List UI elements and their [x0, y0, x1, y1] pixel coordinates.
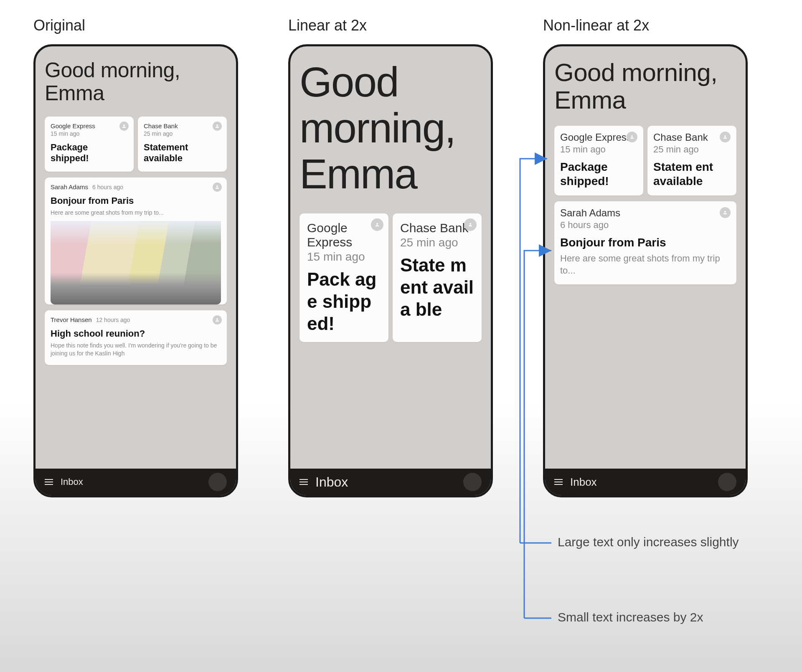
menu-icon[interactable]: [299, 479, 308, 485]
card-message: Package shipped!: [51, 142, 128, 164]
card-trevor[interactable]: Trevor Hansen 12 hours ago High school r…: [45, 310, 227, 365]
card-sarah[interactable]: Sarah Adams 6 hours ago Bonjour from Par…: [45, 178, 227, 304]
card-row: Google Express 15 min ago Package shippe…: [554, 126, 736, 195]
person-icon: [213, 122, 222, 131]
greeting-text: Good morning, Emma: [554, 59, 736, 114]
person-icon: [119, 122, 129, 131]
person-icon: [720, 207, 731, 218]
card-row: Google Express 15 min ago Package shippe…: [45, 117, 227, 172]
column-title: Linear at 2x: [288, 17, 493, 34]
bottom-label: Inbox: [570, 476, 597, 489]
card-sub: Here are some great shots from my trip t…: [51, 209, 221, 217]
bottom-label: Inbox: [61, 477, 83, 487]
phone-content: Good morning, Emma Google Express 15 min…: [290, 46, 491, 469]
card-message: Pack age shipp ed!: [307, 269, 381, 335]
annotation-small-text: Small text increases by 2x: [558, 609, 703, 625]
phone-frame-linear: Good morning, Emma Google Express 15 min…: [288, 44, 493, 497]
bottom-bar: Inbox: [545, 469, 746, 495]
fab-button[interactable]: [208, 473, 227, 491]
card-chase-bank[interactable]: Chase Bank 25 min ago Statement availabl…: [138, 117, 227, 172]
card-sarah[interactable]: Sarah Adams 6 hours ago Bonjour from Par…: [554, 201, 736, 284]
card-title: High school reunion?: [51, 328, 221, 339]
card-source: Chase Bank: [653, 132, 731, 143]
person-icon: [464, 218, 477, 231]
card-sub: Here are some great shots from my trip t…: [560, 252, 731, 277]
card-source: Chase Bank: [144, 122, 221, 129]
card-chase-bank[interactable]: Chase Bank 25 min ago State ment availa …: [393, 213, 482, 342]
card-google-express[interactable]: Google Express 15 min ago Package shippe…: [554, 126, 643, 195]
card-time: 15 min ago: [307, 250, 381, 264]
person-icon: [371, 218, 383, 231]
card-message: Statem ent available: [653, 160, 731, 188]
menu-icon[interactable]: [554, 479, 563, 485]
card-time: 6 hours ago: [560, 220, 731, 231]
card-time: 12 hours ago: [96, 317, 130, 323]
card-message: Package shipped!: [560, 160, 637, 188]
card-message: State ment availa ble: [400, 254, 474, 320]
card-time: 6 hours ago: [92, 184, 123, 190]
fab-button[interactable]: [718, 473, 736, 491]
card-time: 25 min ago: [144, 130, 221, 137]
greeting-text: Good morning, Emma: [299, 59, 482, 197]
card-google-express[interactable]: Google Express 15 min ago Pack age shipp…: [299, 213, 388, 342]
card-source: Sarah Adams: [51, 183, 88, 190]
card-time: 25 min ago: [653, 144, 731, 155]
person-icon: [213, 315, 222, 325]
phone-content: Good morning, Emma Google Express 15 min…: [545, 46, 746, 469]
phone-content: Good morning, Emma Google Express 15 min…: [36, 46, 236, 469]
card-time: 25 min ago: [400, 236, 474, 249]
card-time: 15 min ago: [560, 144, 637, 155]
card-time: 15 min ago: [51, 130, 128, 137]
card-row: Google Express 15 min ago Pack age shipp…: [299, 213, 482, 342]
card-source: Chase Bank: [400, 221, 474, 235]
column-title: Original: [33, 17, 238, 34]
menu-icon[interactable]: [45, 479, 53, 485]
bottom-bar: Inbox: [290, 469, 491, 495]
card-source: Google Express: [560, 132, 637, 143]
annotation-large-text: Large text only increases slightly: [558, 534, 739, 550]
card-google-express[interactable]: Google Express 15 min ago Package shippe…: [45, 117, 134, 172]
column-linear: Linear at 2x Good morning, Emma Google E…: [288, 17, 493, 497]
card-sub: Hope this note finds you well. I'm wonde…: [51, 342, 221, 358]
column-original: Original Good morning, Emma Google Expre…: [33, 17, 238, 497]
card-chase-bank[interactable]: Chase Bank 25 min ago Statem ent availab…: [647, 126, 736, 195]
column-title: Non-linear at 2x: [543, 17, 748, 34]
card-message: Statement available: [144, 142, 221, 164]
person-icon: [720, 132, 731, 142]
card-source: Sarah Adams: [560, 207, 731, 219]
card-source: Google Express: [51, 122, 128, 129]
fab-button[interactable]: [463, 473, 482, 491]
greeting-text: Good morning, Emma: [45, 59, 227, 105]
card-image-paris: [51, 221, 221, 304]
card-title: Bonjour from Paris: [51, 195, 221, 206]
person-icon: [627, 132, 637, 142]
phone-frame-nonlinear: Good morning, Emma Google Express 15 min…: [543, 44, 748, 497]
bottom-bar: Inbox: [36, 469, 236, 495]
person-icon: [213, 183, 222, 192]
card-source: Trevor Hansen: [51, 316, 92, 323]
bottom-label: Inbox: [315, 474, 348, 490]
card-source: Google Express: [307, 221, 381, 249]
column-nonlinear: Non-linear at 2x Good morning, Emma Goog…: [543, 17, 748, 497]
card-title: Bonjour from Paris: [560, 236, 731, 250]
comparison-stage: Original Good morning, Emma Google Expre…: [0, 0, 802, 514]
phone-frame-original: Good morning, Emma Google Express 15 min…: [33, 44, 238, 497]
